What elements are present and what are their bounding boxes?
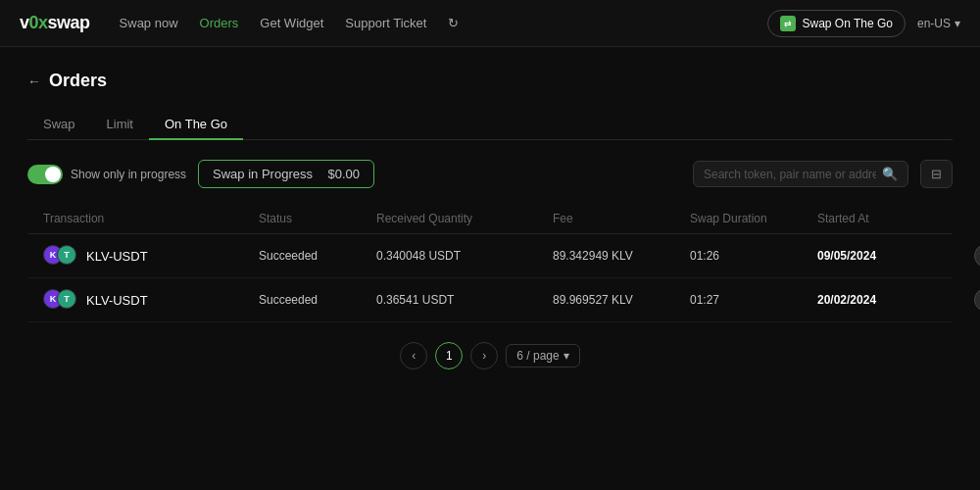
tab-on-the-go[interactable]: On The Go — [149, 109, 243, 139]
search-input[interactable] — [704, 168, 876, 181]
col-started-at: Started At — [817, 212, 974, 225]
fee-cell: 89.342949 KLV — [553, 249, 690, 263]
progress-value: $0.00 — [328, 167, 361, 181]
duration-cell: 01:26 — [690, 249, 817, 263]
swap-on-the-go-button[interactable]: ⇄ Swap On The Go — [767, 10, 906, 37]
search-icon[interactable]: 🔍 — [882, 167, 898, 181]
filter-button[interactable]: ⊟ — [920, 160, 953, 188]
pagination: ‹ 1 › 6 / page ▾ — [27, 342, 953, 369]
token-pair: KLV-USDT — [86, 249, 148, 264]
prev-page-button[interactable]: ‹ — [400, 342, 427, 369]
fee-cell: 89.969527 KLV — [553, 293, 690, 307]
duration-cell: 01:27 — [690, 293, 817, 307]
page-1-button[interactable]: 1 — [435, 342, 463, 369]
nav-swap-now[interactable]: Swap now — [120, 16, 178, 30]
toggle-row: Show only in progress — [27, 165, 186, 184]
received-qty-cell: 0.36541 USDT — [376, 293, 553, 307]
received-qty-cell: 0.340048 USDT — [376, 249, 553, 263]
status-cell: Succeeded — [259, 249, 376, 263]
toolbar: Show only in progress Swap in Progress $… — [27, 160, 953, 188]
filter-icon: ⊟ — [931, 167, 942, 181]
more-button[interactable]: More — [974, 288, 980, 312]
token-icon-usdt: T — [57, 245, 76, 265]
progress-label: Swap in Progress — [213, 167, 313, 181]
table-row: K T KLV-USDT Succeeded 0.340048 USDT 89.… — [27, 234, 953, 278]
header-right: ⇄ Swap On The Go en-US ▾ — [767, 10, 960, 37]
nav-support-ticket[interactable]: Support Ticket — [345, 16, 426, 30]
locale-label: en-US — [917, 17, 951, 30]
next-page-button[interactable]: › — [470, 342, 498, 369]
nav-get-widget[interactable]: Get Widget — [260, 16, 323, 30]
nav-orders[interactable]: Orders — [200, 16, 239, 30]
started-at-cell: 20/02/2024 — [817, 293, 974, 307]
chevron-down-icon: ▾ — [564, 349, 569, 363]
col-received-qty: Received Quantity — [376, 212, 553, 225]
per-page-selector[interactable]: 6 / page ▾ — [506, 344, 579, 368]
col-fee: Fee — [553, 212, 690, 225]
logo[interactable]: v0xswap — [20, 13, 90, 33]
show-in-progress-toggle[interactable] — [27, 165, 63, 184]
main-content: ← Orders Swap Limit On The Go Show only … — [0, 47, 980, 393]
col-status: Status — [259, 212, 376, 225]
token-pair: KLV-USDT — [86, 293, 148, 308]
token-icons: K T — [43, 245, 78, 267]
col-swap-duration: Swap Duration — [690, 212, 817, 225]
table-header: Transaction Status Received Quantity Fee… — [27, 204, 953, 234]
page-title-row: ← Orders — [27, 71, 953, 91]
table-row: K T KLV-USDT Succeeded 0.36541 USDT 89.9… — [27, 278, 953, 322]
page-title: Orders — [49, 71, 107, 91]
chevron-down-icon: ▾ — [955, 17, 960, 30]
search-box: 🔍 — [693, 161, 908, 187]
tab-limit[interactable]: Limit — [91, 109, 149, 139]
locale-selector[interactable]: en-US ▾ — [917, 17, 960, 30]
col-actions — [974, 212, 980, 225]
token-cell: K T KLV-USDT — [43, 245, 259, 267]
swap-on-the-go-label: Swap On The Go — [802, 17, 893, 30]
per-page-label: 6 / page — [516, 349, 559, 363]
token-icon-usdt: T — [57, 289, 76, 309]
token-cell: K T KLV-USDT — [43, 289, 259, 311]
tab-swap[interactable]: Swap — [27, 109, 91, 139]
header: v0xswap Swap now Orders Get Widget Suppo… — [0, 0, 980, 47]
table-body: K T KLV-USDT Succeeded 0.340048 USDT 89.… — [27, 234, 953, 322]
more-action[interactable]: More — [974, 244, 980, 268]
nav: Swap now Orders Get Widget Support Ticke… — [120, 16, 768, 30]
swap-on-the-go-icon: ⇄ — [780, 16, 796, 31]
back-button[interactable]: ← — [27, 74, 41, 89]
tabs: Swap Limit On The Go — [27, 109, 953, 140]
more-action[interactable]: More — [974, 288, 980, 312]
toggle-label: Show only in progress — [71, 168, 186, 181]
progress-filter[interactable]: Swap in Progress $0.00 — [198, 160, 374, 188]
started-at-cell: 09/05/2024 — [817, 249, 974, 263]
more-button[interactable]: More — [974, 244, 980, 268]
token-icons: K T — [43, 289, 78, 311]
status-cell: Succeeded — [259, 293, 376, 307]
col-transaction: Transaction — [43, 212, 259, 225]
